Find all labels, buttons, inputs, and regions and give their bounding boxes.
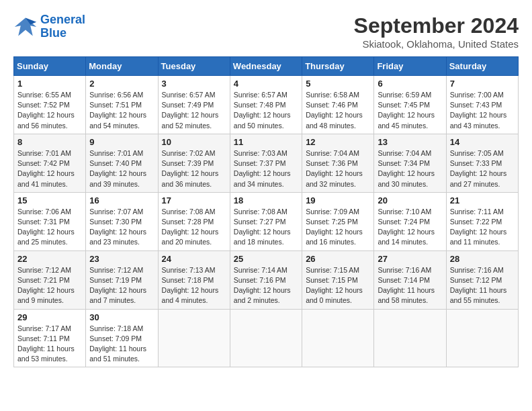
day-cell: 12Sunrise: 7:04 AM Sunset: 7:36 PM Dayli… [302,134,374,192]
day-cell: 21Sunrise: 7:11 AM Sunset: 7:22 PM Dayli… [446,192,518,250]
day-cell: 4Sunrise: 6:57 AM Sunset: 7:48 PM Daylig… [230,76,302,134]
day-number: 18 [234,195,298,205]
day-info: Sunrise: 7:07 AM Sunset: 7:30 PM Dayligh… [89,207,154,248]
day-info: Sunrise: 7:12 AM Sunset: 7:19 PM Dayligh… [89,265,154,306]
day-info: Sunrise: 7:01 AM Sunset: 7:40 PM Dayligh… [89,148,154,189]
day-number: 15 [17,195,82,205]
day-cell: 22Sunrise: 7:12 AM Sunset: 7:21 PM Dayli… [14,250,86,309]
day-cell [302,309,374,367]
day-cell [158,309,230,367]
day-info: Sunrise: 7:16 AM Sunset: 7:14 PM Dayligh… [378,265,442,306]
day-cell [446,309,518,367]
day-info: Sunrise: 7:12 AM Sunset: 7:21 PM Dayligh… [17,265,82,306]
day-cell: 2Sunrise: 6:56 AM Sunset: 7:51 PM Daylig… [86,76,158,134]
weekday-header-sunday: Sunday [14,57,86,76]
weekday-header-saturday: Saturday [446,57,518,76]
day-cell: 16Sunrise: 7:07 AM Sunset: 7:30 PM Dayli… [86,192,158,250]
day-info: Sunrise: 7:06 AM Sunset: 7:31 PM Dayligh… [17,207,82,248]
day-cell: 28Sunrise: 7:16 AM Sunset: 7:12 PM Dayli… [446,250,518,309]
day-cell: 9Sunrise: 7:01 AM Sunset: 7:40 PM Daylig… [86,134,158,192]
day-info: Sunrise: 7:02 AM Sunset: 7:39 PM Dayligh… [162,148,226,189]
day-number: 6 [378,79,442,89]
weekday-header-monday: Monday [86,57,158,76]
calendar-header: SundayMondayTuesdayWednesdayThursdayFrid… [14,57,519,76]
day-info: Sunrise: 7:00 AM Sunset: 7:43 PM Dayligh… [450,90,515,131]
day-info: Sunrise: 7:03 AM Sunset: 7:37 PM Dayligh… [234,148,298,189]
day-info: Sunrise: 7:08 AM Sunset: 7:27 PM Dayligh… [234,207,298,248]
day-cell: 23Sunrise: 7:12 AM Sunset: 7:19 PM Dayli… [86,250,158,309]
day-number: 11 [234,137,298,147]
logo-line2: Blue [40,26,66,40]
week-row-3: 15Sunrise: 7:06 AM Sunset: 7:31 PM Dayli… [14,192,519,250]
day-info: Sunrise: 6:58 AM Sunset: 7:46 PM Dayligh… [306,90,370,131]
day-number: 2 [89,79,154,89]
day-number: 17 [162,195,226,205]
day-info: Sunrise: 6:55 AM Sunset: 7:52 PM Dayligh… [17,90,82,131]
weekday-header-tuesday: Tuesday [158,57,230,76]
day-number: 19 [306,195,370,205]
weekday-header-thursday: Thursday [302,57,374,76]
day-number: 10 [162,137,226,147]
day-info: Sunrise: 6:57 AM Sunset: 7:48 PM Dayligh… [234,90,298,131]
week-row-5: 29Sunrise: 7:17 AM Sunset: 7:11 PM Dayli… [14,309,519,367]
day-cell: 15Sunrise: 7:06 AM Sunset: 7:31 PM Dayli… [14,192,86,250]
day-number: 30 [89,312,154,322]
day-number: 25 [234,254,298,264]
weekday-row: SundayMondayTuesdayWednesdayThursdayFrid… [14,57,519,76]
day-number: 16 [89,195,154,205]
calendar-table: SundayMondayTuesdayWednesdayThursdayFrid… [13,56,519,367]
week-row-4: 22Sunrise: 7:12 AM Sunset: 7:21 PM Dayli… [14,250,519,309]
day-info: Sunrise: 7:01 AM Sunset: 7:42 PM Dayligh… [17,148,82,189]
day-info: Sunrise: 7:18 AM Sunset: 7:09 PM Dayligh… [89,324,154,365]
day-cell: 10Sunrise: 7:02 AM Sunset: 7:39 PM Dayli… [158,134,230,192]
day-number: 3 [162,79,226,89]
day-info: Sunrise: 7:15 AM Sunset: 7:15 PM Dayligh… [306,265,370,306]
day-info: Sunrise: 7:16 AM Sunset: 7:12 PM Dayligh… [450,265,515,306]
day-info: Sunrise: 7:04 AM Sunset: 7:34 PM Dayligh… [378,148,442,189]
page-header: General Blue September 2024 Skiatook, Ok… [13,13,519,50]
day-number: 28 [450,254,515,264]
weekday-header-friday: Friday [374,57,446,76]
day-cell [374,309,446,367]
day-info: Sunrise: 7:11 AM Sunset: 7:22 PM Dayligh… [450,207,515,248]
page-subtitle: Skiatook, Oklahoma, United States [354,38,519,50]
calendar-body: 1Sunrise: 6:55 AM Sunset: 7:52 PM Daylig… [14,76,519,367]
day-number: 14 [450,137,515,147]
page-title: September 2024 [354,13,519,38]
day-info: Sunrise: 7:09 AM Sunset: 7:25 PM Dayligh… [306,207,370,248]
day-number: 5 [306,79,370,89]
day-cell: 8Sunrise: 7:01 AM Sunset: 7:42 PM Daylig… [14,134,86,192]
day-info: Sunrise: 7:14 AM Sunset: 7:16 PM Dayligh… [234,265,298,306]
day-number: 20 [378,195,442,205]
title-section: September 2024 Skiatook, Oklahoma, Unite… [354,13,519,50]
day-cell: 5Sunrise: 6:58 AM Sunset: 7:46 PM Daylig… [302,76,374,134]
day-cell: 24Sunrise: 7:13 AM Sunset: 7:18 PM Dayli… [158,250,230,309]
day-number: 4 [234,79,298,89]
day-cell: 30Sunrise: 7:18 AM Sunset: 7:09 PM Dayli… [86,309,158,367]
day-number: 26 [306,254,370,264]
day-number: 12 [306,137,370,147]
logo: General Blue [13,13,85,40]
week-row-1: 1Sunrise: 6:55 AM Sunset: 7:52 PM Daylig… [14,76,519,134]
day-number: 1 [17,79,82,89]
logo-icon [13,15,38,39]
day-number: 24 [162,254,226,264]
day-info: Sunrise: 7:17 AM Sunset: 7:11 PM Dayligh… [17,324,82,365]
day-cell: 26Sunrise: 7:15 AM Sunset: 7:15 PM Dayli… [302,250,374,309]
day-number: 8 [17,137,82,147]
day-cell: 27Sunrise: 7:16 AM Sunset: 7:14 PM Dayli… [374,250,446,309]
day-number: 21 [450,195,515,205]
day-info: Sunrise: 6:59 AM Sunset: 7:45 PM Dayligh… [378,90,442,131]
day-cell: 17Sunrise: 7:08 AM Sunset: 7:28 PM Dayli… [158,192,230,250]
day-cell: 6Sunrise: 6:59 AM Sunset: 7:45 PM Daylig… [374,76,446,134]
logo-text: General Blue [40,13,85,40]
day-info: Sunrise: 7:10 AM Sunset: 7:24 PM Dayligh… [378,207,442,248]
svg-marker-0 [15,17,36,36]
day-cell: 7Sunrise: 7:00 AM Sunset: 7:43 PM Daylig… [446,76,518,134]
day-cell: 11Sunrise: 7:03 AM Sunset: 7:37 PM Dayli… [230,134,302,192]
logo-line1: General [40,13,85,26]
day-cell: 18Sunrise: 7:08 AM Sunset: 7:27 PM Dayli… [230,192,302,250]
day-cell [230,309,302,367]
day-info: Sunrise: 7:04 AM Sunset: 7:36 PM Dayligh… [306,148,370,189]
day-cell: 3Sunrise: 6:57 AM Sunset: 7:49 PM Daylig… [158,76,230,134]
